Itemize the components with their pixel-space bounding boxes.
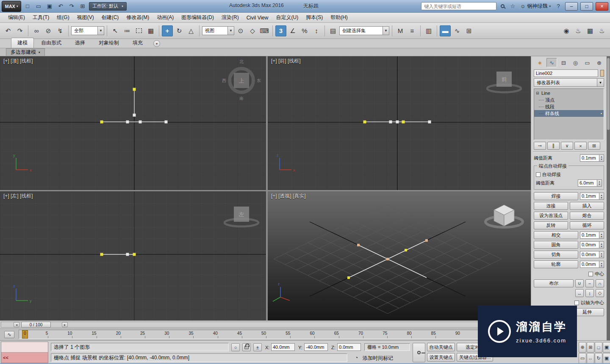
mirror-both-button[interactable]: ◇ [596,289,604,297]
workspace-dropdown[interactable]: 工作区: 默认 ▾ [89,2,127,11]
reverse-button[interactable]: 反转 [534,221,568,229]
boolean-intersect-button[interactable]: ∩ [596,279,604,287]
isolate-selection-button[interactable]: ○ [231,343,240,351]
maxscript-mini-listener[interactable]: << [1,342,48,363]
use-pivot-center-button[interactable]: ⊙ [235,25,246,36]
app-menu-button[interactable]: MAX ▾ [2,1,21,12]
weld-spinner[interactable]: 0.1mm ▴▾ [580,193,604,200]
user-account-menu[interactable]: ☺ 钢神绿魏 ▾ [518,3,552,10]
scrollbar-thumb[interactable] [607,58,610,130]
listener-script-row[interactable]: << [1,353,48,363]
object-name-field[interactable] [534,69,598,77]
spinner-arrows[interactable]: ▴▾ [599,261,604,267]
weld-button[interactable]: 焊接 [534,192,578,200]
connect-button[interactable]: 连接 [534,202,568,210]
polygon-modeling-panel[interactable]: 多边形建模 ▾ [6,48,45,56]
minimize-button[interactable]: – [565,2,578,11]
outline-spinner[interactable]: 0.0mm ▴▾ [580,261,604,268]
next-frame-button[interactable]: ▸ [62,322,68,327]
add-time-tag-button[interactable]: 添加时间标记 [363,355,393,362]
object-color-swatch[interactable] [600,70,604,77]
edit-named-sets-button[interactable]: ▤ [327,25,338,36]
spinner-arrows[interactable]: ▴▾ [599,232,604,238]
tab-modify[interactable]: ∿ [546,58,557,67]
outline-button[interactable]: 轮廓 [534,260,578,268]
previous-frame-button[interactable]: ◂ [14,322,19,327]
insert-button[interactable]: 插入 [570,202,604,210]
boolean-subtract-button[interactable]: − [585,279,594,287]
set-keys-button[interactable] [413,343,425,362]
open-file-button[interactable]: ▭ [34,2,43,11]
tab-display[interactable]: ▭ [582,58,593,67]
stack-row-spline[interactable]: 样条线 ▪ [534,110,604,117]
spinner-arrows[interactable]: ▴▾ [599,242,604,248]
stack-row-vertex[interactable]: 顶点 [534,97,604,103]
tab-hierarchy[interactable]: ⊟ [558,58,569,67]
ribbon-tab-object-paint[interactable]: 对象绘制 [92,38,125,48]
ribbon-tab-modeling[interactable]: 建模 [11,38,34,48]
curve-editor-button[interactable]: ∿ [452,25,463,36]
undo-button[interactable]: ↶ [56,2,65,11]
spinner-snap-button[interactable]: ↕ [311,25,322,36]
menu-customize[interactable]: 自定义(U) [272,13,302,22]
expander-icon[interactable]: ⊟ [536,91,540,95]
center-checkbox[interactable] [588,272,593,276]
pin-stack-button[interactable]: ⊸ [534,142,546,150]
viewport-label[interactable]: [+] [前] [线框] [271,58,301,65]
show-end-result-button[interactable]: ∥ [547,142,560,150]
zoom-button[interactable]: ⊕ [579,342,586,353]
unlink-selection-button[interactable]: ⊘ [43,25,54,36]
chamfer-spinner[interactable]: 0.0mm ▴▾ [580,251,604,258]
maximize-viewport-button[interactable]: ▣ [603,353,610,364]
viewport-label[interactable]: [+] [透视] [真实] [271,193,306,200]
save-file-button[interactable]: ▣ [45,2,54,11]
cycle-button[interactable]: 循环 [570,221,604,229]
fillet-spinner[interactable]: 0.0mm ▴▾ [580,241,604,248]
viewport-label[interactable]: [+] [左] [线框] [3,193,33,200]
help-button[interactable]: ? [554,2,563,11]
graphite-ribbon-toggle-button[interactable]: ▬ [440,25,451,36]
auto-threshold-spinner[interactable]: 6.0mm ▴▾ [578,179,602,187]
reference-coordinate-dropdown[interactable]: 视图 ▼ [202,26,234,35]
select-by-name-button[interactable]: ≔ [122,25,133,36]
menu-animation[interactable]: 动画(A) [153,13,177,22]
menu-graph-editors[interactable]: 图形编辑器(D) [177,13,218,22]
absolute-offset-toggle-button[interactable]: ± [253,343,262,351]
listener-macro-row[interactable] [1,342,48,353]
menu-create[interactable]: 创建(C) [98,13,123,22]
boolean-button[interactable]: 布尔 [534,279,574,287]
set-key-button[interactable]: 设置关键点 [427,353,455,361]
modifier-list-dropdown[interactable]: 修改器列表 ▼ [534,78,604,87]
make-unique-button[interactable]: ∨ [561,142,573,150]
remove-modifier-button[interactable]: × [574,142,587,150]
zoom-all-button[interactable]: ⊞ [587,342,594,353]
bind-to-spacewarp-button[interactable]: ↯ [55,25,66,36]
mirror-horizontal-button[interactable]: ↔ [575,289,584,297]
window-crossing-button[interactable]: ▦ [145,25,156,36]
select-and-rotate-button[interactable]: ↻ [174,25,185,36]
z-coordinate-field[interactable] [337,343,361,351]
zoom-extents-button[interactable]: □ [595,342,602,353]
angle-snap-button[interactable]: ∠ [287,25,298,36]
tab-utilities[interactable]: ⊕ [594,58,604,67]
select-and-manipulate-button[interactable]: ◇ [247,25,258,36]
fillet-button[interactable]: 圆角 [534,241,578,249]
maximize-button[interactable]: □ [580,2,593,11]
selection-region-button[interactable] [133,25,144,36]
ribbon-tab-selection[interactable]: 选择 [69,38,92,48]
ribbon-tab-freeform[interactable]: 自由形式 [35,38,68,48]
zoom-extents-all-button[interactable]: ▣ [603,342,610,353]
ribbon-tab-populate[interactable]: 填充 [126,38,149,48]
select-and-move-button[interactable]: + [162,25,173,36]
time-slider-track[interactable] [1,322,530,328]
spinner-arrows[interactable]: ▴▾ [599,251,604,258]
search-button[interactable] [498,2,507,11]
redo-scene-button[interactable]: ↷ [14,25,25,36]
render-production-button[interactable]: ♨ [596,25,607,36]
select-and-link-button[interactable]: ∞ [31,25,42,36]
stack-row-segment[interactable]: 线段 [534,103,604,110]
menu-scripting[interactable]: 脚本(S) [302,13,327,22]
select-object-button[interactable]: ↖ [110,25,121,36]
menu-edit[interactable]: 编辑(E) [4,13,29,22]
keyboard-override-button[interactable]: ⌨ [259,25,270,36]
